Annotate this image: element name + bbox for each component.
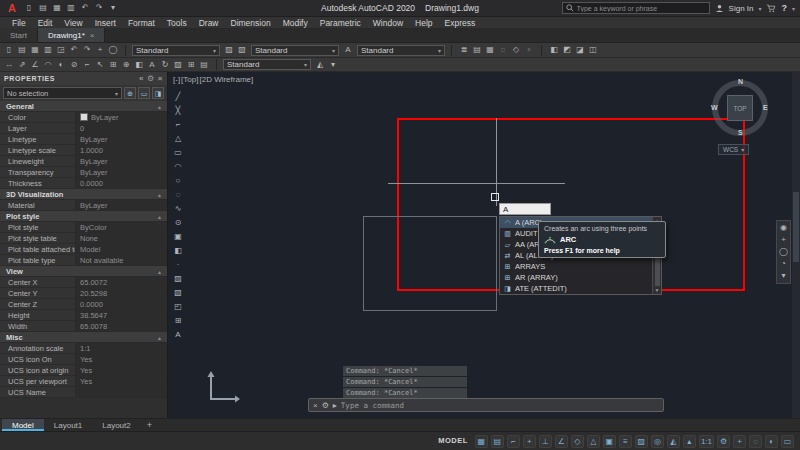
dim-aligned-icon[interactable]: ⇗: [16, 59, 28, 71]
palette-settings-icon[interactable]: ⚙: [147, 74, 155, 83]
layer-off-icon[interactable]: ◌: [497, 44, 509, 56]
layer-states-icon[interactable]: ▦: [484, 44, 496, 56]
scroll-down-icon[interactable]: ▼: [655, 287, 660, 293]
selection-combo[interactable]: No selection ▾: [3, 87, 122, 99]
autocomplete-item[interactable]: ⊞ AR (ARRAY): [500, 272, 652, 283]
workspace-switching-icon[interactable]: ⚙: [717, 435, 730, 448]
chevron-down-icon[interactable]: ▾: [332, 47, 335, 54]
table-tool-icon[interactable]: ⊞: [171, 314, 185, 327]
layer-lock-icon[interactable]: ▫: [523, 44, 535, 56]
add-layout-button[interactable]: +: [141, 419, 158, 431]
chevron-down-icon[interactable]: ▾: [213, 47, 216, 54]
graphics-performance-icon[interactable]: ◐: [765, 435, 778, 448]
isodraft-icon[interactable]: ◇: [571, 435, 584, 448]
polygon-tool-icon[interactable]: △: [171, 132, 185, 145]
dim-text-edit-icon[interactable]: A: [146, 59, 158, 71]
dim-update-icon[interactable]: ↻: [159, 59, 171, 71]
dim-ordinate-icon[interactable]: ⌐: [81, 59, 93, 71]
redo-icon[interactable]: ↷: [93, 2, 105, 14]
annotation-visibility-icon[interactable]: ◭: [667, 435, 680, 448]
match-properties-icon[interactable]: ▨: [223, 44, 235, 56]
menu-item[interactable]: Dimension: [225, 17, 277, 29]
property-value[interactable]: 0: [76, 123, 167, 133]
line-tool-icon[interactable]: ╱: [171, 90, 185, 103]
viewcube[interactable]: TOP N S W E: [712, 80, 768, 136]
select-objects-icon[interactable]: ▭: [138, 87, 150, 99]
property-value[interactable]: Yes: [76, 376, 167, 386]
dim-linear-icon[interactable]: ↔: [3, 59, 15, 71]
open-icon[interactable]: ▤: [16, 44, 28, 56]
plot-icon[interactable]: ▥: [42, 44, 54, 56]
menu-item[interactable]: Draw: [193, 17, 225, 29]
dim-arc-icon[interactable]: ◠: [42, 59, 54, 71]
clean-screen-icon[interactable]: ▭: [781, 435, 794, 448]
viewport-control[interactable]: [-]: [173, 75, 180, 84]
save-icon[interactable]: ▦: [29, 44, 41, 56]
menu-item[interactable]: File: [6, 17, 32, 29]
close-palette-icon[interactable]: ×: [158, 74, 163, 83]
autocomplete-item[interactable]: ⊞ ARRAYS: [500, 261, 652, 272]
help-icon[interactable]: ?: [781, 3, 787, 13]
snap-mode-icon[interactable]: ▤: [491, 435, 504, 448]
autohide-icon[interactable]: «: [139, 74, 144, 83]
quick-select-icon[interactable]: ◨: [152, 87, 164, 99]
property-value[interactable]: 38.5647: [76, 310, 167, 320]
layer-properties-icon[interactable]: ≣: [458, 44, 470, 56]
redo-icon[interactable]: ↷: [81, 44, 93, 56]
make-object-layer-icon[interactable]: ◧: [548, 44, 560, 56]
navigation-wheel-icon[interactable]: ◉: [780, 223, 787, 233]
dim-style-combo[interactable]: Standard ▾: [223, 59, 311, 70]
menu-item[interactable]: Window: [367, 17, 409, 29]
circle-tool-icon[interactable]: ○: [171, 174, 185, 187]
spline-tool-icon[interactable]: ∿: [171, 202, 185, 215]
viewport-control[interactable]: [2D Wireframe]: [199, 75, 253, 84]
section-header-general[interactable]: General ▴: [0, 101, 167, 112]
annotation-dropdown-icon[interactable]: ▾: [327, 59, 339, 71]
dim-style-manager-icon[interactable]: ◭: [314, 59, 326, 71]
zoom-extents-icon[interactable]: ◯: [779, 247, 788, 257]
pan-hand-icon[interactable]: +: [781, 235, 786, 245]
menu-item[interactable]: Tools: [161, 17, 193, 29]
viewport-control[interactable]: [Top]: [181, 75, 198, 84]
tab-model[interactable]: Model: [2, 419, 44, 431]
property-value[interactable]: ByLayer: [76, 200, 167, 210]
collapse-icon[interactable]: ▴: [158, 213, 161, 220]
property-value[interactable]: Yes: [76, 365, 167, 375]
new-file-icon[interactable]: ▯: [23, 2, 35, 14]
qnew-icon[interactable]: ▯: [3, 44, 15, 56]
plot-preview-icon[interactable]: ◲: [55, 44, 67, 56]
table-icon[interactable]: ⊞: [185, 59, 197, 71]
rectangle-tool-icon[interactable]: ▭: [171, 146, 185, 159]
annotation-scale-label[interactable]: 1:1: [699, 435, 714, 448]
tab-layout1[interactable]: Layout1: [44, 419, 92, 431]
tolerance-icon[interactable]: ⊞: [107, 59, 119, 71]
menu-item[interactable]: Insert: [89, 17, 122, 29]
polar-tracking-icon[interactable]: ∠: [555, 435, 568, 448]
wcs-selector[interactable]: WCS ▾: [718, 144, 749, 155]
close-tab-icon[interactable]: ×: [90, 31, 95, 40]
property-value[interactable]: 20.5298: [76, 288, 167, 298]
undo-icon[interactable]: ↶: [68, 44, 80, 56]
chevron-down-icon[interactable]: ▾: [115, 90, 118, 97]
leader-icon[interactable]: ↖: [94, 59, 106, 71]
property-value[interactable]: 1.0000: [76, 145, 167, 155]
ortho-icon[interactable]: ⊥: [539, 435, 552, 448]
lineweight-icon[interactable]: ≡: [619, 435, 632, 448]
chevron-down-icon[interactable]: ▾: [792, 5, 795, 12]
property-value[interactable]: Not available: [76, 255, 167, 265]
grid-icon[interactable]: ▦: [475, 435, 488, 448]
dynamic-input-field[interactable]: A: [499, 203, 551, 215]
layer-filter-icon[interactable]: ▤: [471, 44, 483, 56]
file-tab-start[interactable]: Start: [0, 28, 38, 42]
mtext-icon[interactable]: ▤: [198, 59, 210, 71]
hatch-tool-icon[interactable]: ▨: [171, 272, 185, 285]
customize-commandline-icon[interactable]: ⚙: [322, 401, 329, 410]
file-tab-drawing1[interactable]: Drawing1* ×: [38, 28, 106, 42]
property-value[interactable]: None: [76, 233, 167, 243]
open-file-icon[interactable]: ▤: [37, 2, 49, 14]
section-header-3d-visualization[interactable]: 3D Visualization ▴: [0, 189, 167, 200]
collapse-icon[interactable]: ▴: [158, 191, 161, 198]
collapse-icon[interactable]: ▴: [158, 334, 161, 341]
point-tool-icon[interactable]: ·: [171, 258, 185, 271]
showmotion-icon[interactable]: ▾: [781, 271, 785, 281]
